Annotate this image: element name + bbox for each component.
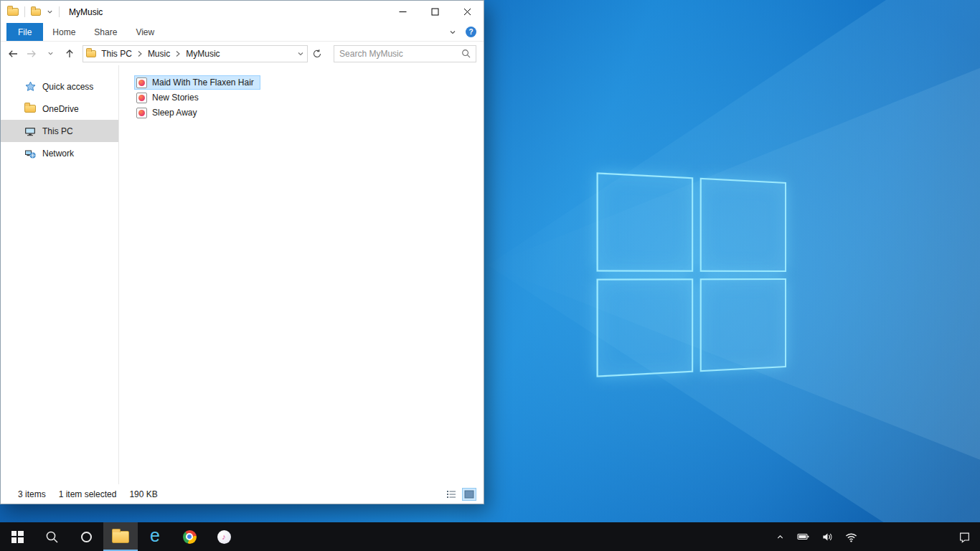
file-list: Maid With The Flaxen Hair New Stories Sl…: [119, 65, 484, 484]
sidebar-item-quick-access[interactable]: Quick access: [1, 75, 118, 98]
search-input[interactable]: [339, 49, 461, 59]
battery-icon[interactable]: [796, 522, 811, 551]
itunes-icon: ♪: [217, 530, 231, 544]
file-item[interactable]: New Stories: [134, 90, 205, 105]
address-folder-icon: [86, 50, 96, 57]
cortana-button[interactable]: [69, 522, 103, 551]
status-size: 190 KB: [129, 489, 157, 499]
windows-logo-pane: [699, 278, 786, 372]
breadcrumb-chevron-icon[interactable]: [175, 50, 181, 57]
ribbon-tab-row: File Home Share View ?: [1, 23, 484, 42]
file-item[interactable]: Sleep Away: [134, 105, 204, 120]
back-button[interactable]: [4, 44, 22, 63]
file-name: Sleep Away: [152, 108, 197, 118]
taskbar-chrome-button[interactable]: [172, 522, 207, 551]
breadcrumb-chevron-icon[interactable]: [137, 50, 143, 57]
address-bar[interactable]: This PC Music MyMusic: [83, 45, 308, 62]
network-icon: [24, 148, 36, 159]
sidebar-item-network[interactable]: Network: [1, 142, 118, 164]
refresh-button[interactable]: [308, 44, 326, 63]
up-button[interactable]: [60, 44, 78, 63]
sidebar-item-label: This PC: [42, 126, 73, 136]
forward-button[interactable]: [22, 44, 40, 63]
tab-view[interactable]: View: [126, 23, 164, 41]
taskbar-itunes-button[interactable]: ♪: [207, 522, 241, 551]
window-folder-icon: [7, 8, 19, 16]
music-file-icon: [136, 93, 147, 103]
breadcrumb-mymusic[interactable]: MyMusic: [182, 47, 223, 60]
address-bar-row: This PC Music MyMusic: [1, 42, 484, 65]
quick-access-toolbar-icon[interactable]: [31, 9, 41, 16]
breadcrumb-this-pc[interactable]: This PC: [98, 47, 136, 60]
status-item-count: 3 items: [18, 489, 46, 499]
quick-access-toolbar-caret-icon[interactable]: [47, 9, 53, 15]
recent-locations-caret-icon[interactable]: [42, 44, 60, 63]
internet-explorer-icon: e: [150, 527, 160, 545]
music-file-icon: [136, 77, 147, 88]
taskbar-file-explorer-button[interactable]: [103, 522, 138, 551]
sidebar-item-label: OneDrive: [42, 104, 79, 114]
breadcrumb-music[interactable]: Music: [144, 47, 174, 60]
file-explorer-icon: [112, 531, 129, 543]
sidebar-item-label: Quick access: [42, 82, 93, 92]
windows-logo-pane: [699, 178, 786, 272]
windows-logo-wallpaper: [596, 172, 786, 377]
volume-icon[interactable]: [820, 522, 834, 551]
status-selection: 1 item selected: [59, 489, 117, 499]
divider: [59, 6, 60, 17]
explorer-main: Quick access OneDrive This PC: [1, 65, 484, 484]
search-box[interactable]: [334, 45, 476, 62]
file-name: Maid With The Flaxen Hair: [152, 77, 254, 88]
expand-ribbon-chevron-icon[interactable]: [449, 29, 456, 36]
search-icon[interactable]: [461, 49, 471, 58]
onedrive-icon: [24, 103, 36, 115]
help-icon[interactable]: ?: [466, 27, 476, 37]
title-bar-left: MyMusic: [1, 6, 103, 17]
ribbon-right-controls: ?: [449, 23, 476, 41]
navigation-pane: Quick access OneDrive This PC: [1, 65, 119, 484]
network-wifi-icon[interactable]: [844, 522, 858, 551]
windows-logo-pane: [596, 172, 692, 271]
sidebar-item-onedrive[interactable]: OneDrive: [1, 98, 118, 120]
taskbar-internet-explorer-button[interactable]: e: [138, 522, 172, 551]
quick-access-star-icon: [24, 81, 36, 93]
system-tray: [773, 522, 980, 551]
music-file-icon: [136, 108, 147, 118]
divider: [24, 6, 25, 17]
details-view-button[interactable]: [444, 488, 458, 501]
taskbar: e ♪: [0, 522, 980, 551]
screen: MyMusic File Home Share View: [0, 0, 980, 551]
windows-logo-pane: [596, 278, 692, 377]
show-hidden-icons-button[interactable]: [773, 522, 787, 551]
large-icons-view-button[interactable]: [462, 488, 476, 501]
sidebar-item-label: Network: [42, 149, 74, 159]
address-dropdown-caret-icon[interactable]: [297, 50, 304, 57]
window-controls: [387, 1, 484, 23]
sidebar-item-this-pc[interactable]: This PC: [1, 120, 118, 142]
this-pc-icon: [24, 126, 36, 137]
file-item[interactable]: Maid With The Flaxen Hair: [134, 75, 260, 90]
file-explorer-window: MyMusic File Home Share View: [0, 0, 484, 504]
taskbar-search-button[interactable]: [34, 522, 69, 551]
chrome-icon: [183, 530, 197, 544]
cortana-icon: [81, 532, 92, 542]
title-bar[interactable]: MyMusic: [1, 1, 484, 23]
tab-home[interactable]: Home: [43, 23, 85, 41]
file-name: New Stories: [152, 93, 199, 103]
windows-start-icon: [11, 531, 24, 543]
start-button[interactable]: [0, 522, 34, 551]
tab-share[interactable]: Share: [85, 23, 126, 41]
close-button[interactable]: [451, 1, 484, 23]
action-center-button[interactable]: [948, 522, 980, 551]
status-bar: 3 items 1 item selected 190 KB: [1, 484, 484, 504]
tab-file[interactable]: File: [6, 23, 43, 41]
maximize-button[interactable]: [419, 1, 451, 23]
view-toggles: [444, 488, 476, 501]
window-title: MyMusic: [69, 7, 103, 17]
minimize-button[interactable]: [387, 1, 419, 23]
search-icon: [45, 530, 59, 544]
